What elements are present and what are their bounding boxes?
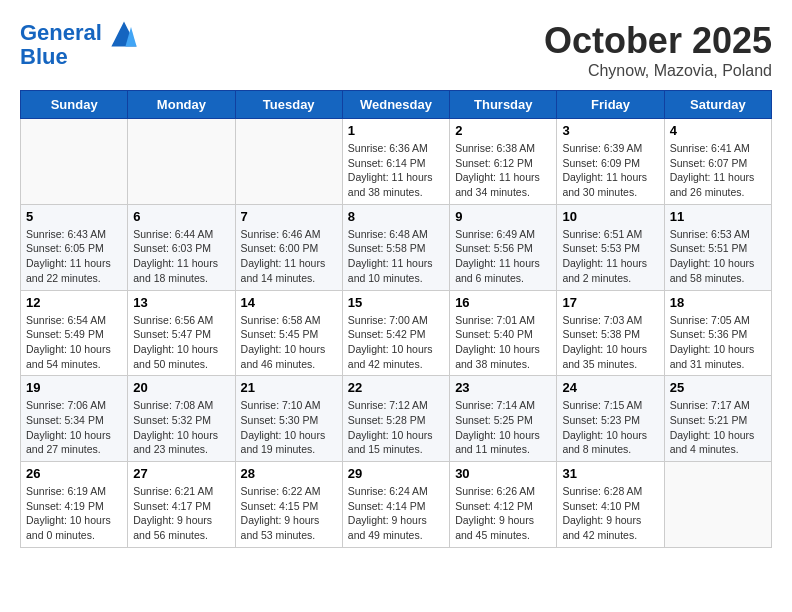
day-number: 12 — [26, 295, 122, 310]
day-cell: 21Sunrise: 7:10 AM Sunset: 5:30 PM Dayli… — [235, 376, 342, 462]
day-header-saturday: Saturday — [664, 91, 771, 119]
title-block: October 2025 Chynow, Mazovia, Poland — [544, 20, 772, 80]
day-cell: 3Sunrise: 6:39 AM Sunset: 6:09 PM Daylig… — [557, 119, 664, 205]
day-info: Sunrise: 6:28 AM Sunset: 4:10 PM Dayligh… — [562, 484, 658, 543]
day-number: 6 — [133, 209, 229, 224]
day-number: 28 — [241, 466, 337, 481]
day-info: Sunrise: 6:54 AM Sunset: 5:49 PM Dayligh… — [26, 313, 122, 372]
day-info: Sunrise: 6:46 AM Sunset: 6:00 PM Dayligh… — [241, 227, 337, 286]
day-cell: 1Sunrise: 6:36 AM Sunset: 6:14 PM Daylig… — [342, 119, 449, 205]
logo: General Blue — [20, 20, 140, 70]
day-number: 2 — [455, 123, 551, 138]
day-info: Sunrise: 6:48 AM Sunset: 5:58 PM Dayligh… — [348, 227, 444, 286]
day-cell: 31Sunrise: 6:28 AM Sunset: 4:10 PM Dayli… — [557, 462, 664, 548]
day-info: Sunrise: 6:41 AM Sunset: 6:07 PM Dayligh… — [670, 141, 766, 200]
day-info: Sunrise: 7:05 AM Sunset: 5:36 PM Dayligh… — [670, 313, 766, 372]
day-number: 16 — [455, 295, 551, 310]
day-cell: 8Sunrise: 6:48 AM Sunset: 5:58 PM Daylig… — [342, 204, 449, 290]
day-cell: 28Sunrise: 6:22 AM Sunset: 4:15 PM Dayli… — [235, 462, 342, 548]
day-header-wednesday: Wednesday — [342, 91, 449, 119]
day-number: 13 — [133, 295, 229, 310]
day-number: 21 — [241, 380, 337, 395]
day-info: Sunrise: 6:36 AM Sunset: 6:14 PM Dayligh… — [348, 141, 444, 200]
day-cell: 14Sunrise: 6:58 AM Sunset: 5:45 PM Dayli… — [235, 290, 342, 376]
day-number: 25 — [670, 380, 766, 395]
day-info: Sunrise: 6:39 AM Sunset: 6:09 PM Dayligh… — [562, 141, 658, 200]
day-info: Sunrise: 6:26 AM Sunset: 4:12 PM Dayligh… — [455, 484, 551, 543]
location-subtitle: Chynow, Mazovia, Poland — [544, 62, 772, 80]
day-info: Sunrise: 7:10 AM Sunset: 5:30 PM Dayligh… — [241, 398, 337, 457]
day-number: 31 — [562, 466, 658, 481]
day-info: Sunrise: 7:08 AM Sunset: 5:32 PM Dayligh… — [133, 398, 229, 457]
week-row-3: 12Sunrise: 6:54 AM Sunset: 5:49 PM Dayli… — [21, 290, 772, 376]
day-cell: 29Sunrise: 6:24 AM Sunset: 4:14 PM Dayli… — [342, 462, 449, 548]
day-number: 10 — [562, 209, 658, 224]
day-cell: 26Sunrise: 6:19 AM Sunset: 4:19 PM Dayli… — [21, 462, 128, 548]
day-cell — [21, 119, 128, 205]
day-number: 19 — [26, 380, 122, 395]
header-row: SundayMondayTuesdayWednesdayThursdayFrid… — [21, 91, 772, 119]
day-cell: 17Sunrise: 7:03 AM Sunset: 5:38 PM Dayli… — [557, 290, 664, 376]
day-info: Sunrise: 6:38 AM Sunset: 6:12 PM Dayligh… — [455, 141, 551, 200]
day-cell: 22Sunrise: 7:12 AM Sunset: 5:28 PM Dayli… — [342, 376, 449, 462]
day-number: 5 — [26, 209, 122, 224]
day-header-sunday: Sunday — [21, 91, 128, 119]
week-row-1: 1Sunrise: 6:36 AM Sunset: 6:14 PM Daylig… — [21, 119, 772, 205]
week-row-5: 26Sunrise: 6:19 AM Sunset: 4:19 PM Dayli… — [21, 462, 772, 548]
day-cell: 7Sunrise: 6:46 AM Sunset: 6:00 PM Daylig… — [235, 204, 342, 290]
day-info: Sunrise: 7:00 AM Sunset: 5:42 PM Dayligh… — [348, 313, 444, 372]
day-cell: 5Sunrise: 6:43 AM Sunset: 6:05 PM Daylig… — [21, 204, 128, 290]
logo-icon — [110, 20, 138, 48]
day-cell: 25Sunrise: 7:17 AM Sunset: 5:21 PM Dayli… — [664, 376, 771, 462]
day-number: 29 — [348, 466, 444, 481]
day-number: 20 — [133, 380, 229, 395]
day-number: 8 — [348, 209, 444, 224]
day-number: 4 — [670, 123, 766, 138]
day-number: 17 — [562, 295, 658, 310]
day-cell: 6Sunrise: 6:44 AM Sunset: 6:03 PM Daylig… — [128, 204, 235, 290]
day-info: Sunrise: 6:58 AM Sunset: 5:45 PM Dayligh… — [241, 313, 337, 372]
day-number: 24 — [562, 380, 658, 395]
day-cell: 24Sunrise: 7:15 AM Sunset: 5:23 PM Dayli… — [557, 376, 664, 462]
day-cell — [235, 119, 342, 205]
day-info: Sunrise: 7:03 AM Sunset: 5:38 PM Dayligh… — [562, 313, 658, 372]
day-cell — [128, 119, 235, 205]
day-cell: 11Sunrise: 6:53 AM Sunset: 5:51 PM Dayli… — [664, 204, 771, 290]
day-cell: 27Sunrise: 6:21 AM Sunset: 4:17 PM Dayli… — [128, 462, 235, 548]
day-number: 3 — [562, 123, 658, 138]
day-info: Sunrise: 6:43 AM Sunset: 6:05 PM Dayligh… — [26, 227, 122, 286]
day-info: Sunrise: 7:12 AM Sunset: 5:28 PM Dayligh… — [348, 398, 444, 457]
day-number: 22 — [348, 380, 444, 395]
week-row-2: 5Sunrise: 6:43 AM Sunset: 6:05 PM Daylig… — [21, 204, 772, 290]
day-info: Sunrise: 6:56 AM Sunset: 5:47 PM Dayligh… — [133, 313, 229, 372]
day-number: 14 — [241, 295, 337, 310]
day-cell: 30Sunrise: 6:26 AM Sunset: 4:12 PM Dayli… — [450, 462, 557, 548]
day-cell: 23Sunrise: 7:14 AM Sunset: 5:25 PM Dayli… — [450, 376, 557, 462]
day-cell: 16Sunrise: 7:01 AM Sunset: 5:40 PM Dayli… — [450, 290, 557, 376]
day-number: 7 — [241, 209, 337, 224]
day-header-tuesday: Tuesday — [235, 91, 342, 119]
day-info: Sunrise: 6:24 AM Sunset: 4:14 PM Dayligh… — [348, 484, 444, 543]
month-title: October 2025 — [544, 20, 772, 62]
day-info: Sunrise: 6:53 AM Sunset: 5:51 PM Dayligh… — [670, 227, 766, 286]
day-cell: 2Sunrise: 6:38 AM Sunset: 6:12 PM Daylig… — [450, 119, 557, 205]
day-number: 27 — [133, 466, 229, 481]
day-number: 30 — [455, 466, 551, 481]
day-number: 18 — [670, 295, 766, 310]
day-cell: 9Sunrise: 6:49 AM Sunset: 5:56 PM Daylig… — [450, 204, 557, 290]
day-header-monday: Monday — [128, 91, 235, 119]
day-header-friday: Friday — [557, 91, 664, 119]
day-info: Sunrise: 7:17 AM Sunset: 5:21 PM Dayligh… — [670, 398, 766, 457]
day-info: Sunrise: 6:22 AM Sunset: 4:15 PM Dayligh… — [241, 484, 337, 543]
day-info: Sunrise: 7:14 AM Sunset: 5:25 PM Dayligh… — [455, 398, 551, 457]
page-header: General Blue October 2025 Chynow, Mazovi… — [20, 20, 772, 80]
day-number: 1 — [348, 123, 444, 138]
day-number: 23 — [455, 380, 551, 395]
day-cell: 10Sunrise: 6:51 AM Sunset: 5:53 PM Dayli… — [557, 204, 664, 290]
day-number: 11 — [670, 209, 766, 224]
day-info: Sunrise: 6:49 AM Sunset: 5:56 PM Dayligh… — [455, 227, 551, 286]
day-info: Sunrise: 7:15 AM Sunset: 5:23 PM Dayligh… — [562, 398, 658, 457]
day-header-thursday: Thursday — [450, 91, 557, 119]
day-cell — [664, 462, 771, 548]
day-cell: 12Sunrise: 6:54 AM Sunset: 5:49 PM Dayli… — [21, 290, 128, 376]
